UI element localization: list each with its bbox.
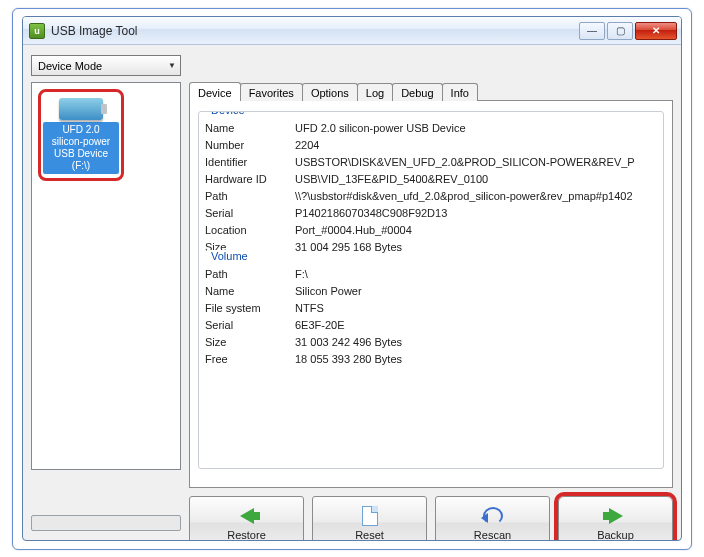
app-window: u USB Image Tool — ▢ ✕ Device Mode ▼ UFD… <box>22 16 682 541</box>
backup-button-label: Backup <box>597 529 634 541</box>
label-name: Name <box>205 120 295 137</box>
mode-dropdown[interactable]: Device Mode ▼ <box>31 55 181 76</box>
value-vol-serial: 6E3F-20E <box>295 317 657 334</box>
label-path: Path <box>205 188 295 205</box>
chevron-down-icon: ▼ <box>168 61 176 70</box>
rescan-button-label: Rescan <box>474 529 511 541</box>
label-vol-name: Name <box>205 283 295 300</box>
value-number: 2204 <box>295 137 657 154</box>
device-list-item[interactable]: UFD 2.0 silicon-power USB Device (F:\) <box>38 89 124 181</box>
value-location: Port_#0004.Hub_#0004 <box>295 222 657 239</box>
tab-page-device: Device NameUFD 2.0 silicon-power USB Dev… <box>189 100 673 488</box>
device-info-group: Device NameUFD 2.0 silicon-power USB Dev… <box>198 111 664 469</box>
minimize-button[interactable]: — <box>579 22 605 40</box>
value-vol-size: 31 003 242 496 Bytes <box>295 334 657 351</box>
close-button[interactable]: ✕ <box>635 22 677 40</box>
arrow-right-icon <box>609 508 623 524</box>
tab-log[interactable]: Log <box>357 83 393 101</box>
reset-button-label: Reset <box>355 529 384 541</box>
usb-device-icon <box>59 98 103 120</box>
value-hardware-id: USB\VID_13FE&PID_5400&REV_0100 <box>295 171 657 188</box>
label-serial: Serial <box>205 205 295 222</box>
device-group-legend: Device <box>207 111 249 116</box>
label-vol-free: Free <box>205 351 295 368</box>
label-vol-fs: File system <box>205 300 295 317</box>
label-identifier: Identifier <box>205 154 295 171</box>
tab-device[interactable]: Device <box>189 82 241 101</box>
label-number: Number <box>205 137 295 154</box>
value-identifier: USBSTOR\DISK&VEN_UFD_2.0&PROD_SILICON-PO… <box>295 154 657 171</box>
restore-button-label: Restore <box>227 529 266 541</box>
value-serial: P1402186070348C908F92D13 <box>295 205 657 222</box>
reset-button[interactable]: Reset <box>312 496 427 541</box>
document-icon <box>362 506 378 526</box>
device-item-label: UFD 2.0 silicon-power USB Device (F:\) <box>43 122 119 174</box>
window-title: USB Image Tool <box>51 24 138 38</box>
maximize-button[interactable]: ▢ <box>607 22 633 40</box>
value-name: UFD 2.0 silicon-power USB Device <box>295 120 657 137</box>
restore-button[interactable]: Restore <box>189 496 304 541</box>
refresh-icon <box>483 507 503 525</box>
value-vol-free: 18 055 393 280 Bytes <box>295 351 657 368</box>
titlebar[interactable]: u USB Image Tool — ▢ ✕ <box>23 17 681 45</box>
tab-options[interactable]: Options <box>302 83 358 101</box>
arrow-left-icon <box>240 508 254 524</box>
tab-info[interactable]: Info <box>442 83 478 101</box>
tabstrip: Device Favorites Options Log Debug Info <box>189 83 673 101</box>
tab-favorites[interactable]: Favorites <box>240 83 303 101</box>
mode-dropdown-value: Device Mode <box>38 60 102 72</box>
label-location: Location <box>205 222 295 239</box>
value-size: 31 004 295 168 Bytes <box>295 239 657 256</box>
value-path: \\?\usbstor#disk&ven_ufd_2.0&prod_silico… <box>295 188 657 205</box>
label-vol-size: Size <box>205 334 295 351</box>
value-vol-path: F:\ <box>295 266 657 283</box>
rescan-button[interactable]: Rescan <box>435 496 550 541</box>
app-icon: u <box>29 23 45 39</box>
label-vol-serial: Serial <box>205 317 295 334</box>
label-hardware-id: Hardware ID <box>205 171 295 188</box>
device-list[interactable]: UFD 2.0 silicon-power USB Device (F:\) <box>31 82 181 470</box>
label-vol-path: Path <box>205 266 295 283</box>
progress-bar <box>31 515 181 531</box>
value-vol-fs: NTFS <box>295 300 657 317</box>
tab-debug[interactable]: Debug <box>392 83 442 101</box>
volume-group-legend: Volume <box>207 250 252 262</box>
value-vol-name: Silicon Power <box>295 283 657 300</box>
backup-button[interactable]: Backup <box>558 496 673 541</box>
